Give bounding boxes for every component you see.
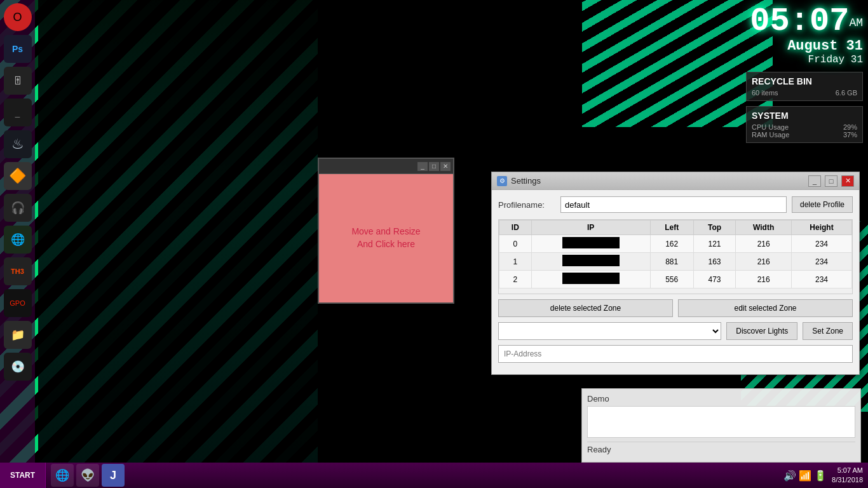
settings-titlebar[interactable]: ⚙ Settings _ □ ✕ (492, 172, 859, 190)
table-row[interactable]: 0 162 121 216 234 (499, 235, 852, 253)
cell-top: 473 (693, 271, 736, 288)
recycle-bin-items: 60 items (752, 89, 778, 97)
taskbar-battery-icon[interactable]: 🔋 (814, 470, 827, 482)
recycle-bin-size: 6.6 GB (836, 89, 857, 97)
clock-time: 05:07 (750, 3, 849, 40)
table-row[interactable]: 2 556 473 216 234 (499, 271, 852, 288)
delete-profile-button[interactable]: delete Profile (792, 196, 853, 213)
folder-icon[interactable]: 📁 (4, 321, 32, 349)
cell-id: 2 (499, 271, 532, 288)
profile-input[interactable] (560, 196, 787, 213)
cell-width: 216 (736, 271, 792, 288)
delete-zone-button[interactable]: delete selected Zone (498, 299, 673, 317)
globe-icon[interactable]: 🌐 (4, 226, 32, 254)
taskbar-j-icon[interactable]: J (102, 464, 125, 487)
clock-widget: 05:07AM August 31 Friday 31 (746, 5, 863, 65)
zone-actions: delete selected Zone edit selected Zone (498, 299, 853, 317)
col-height: Height (792, 220, 852, 235)
cell-height: 234 (792, 253, 852, 271)
clock-ampm: AM (849, 17, 863, 29)
minimize-btn[interactable]: _ (808, 175, 821, 187)
col-width: Width (736, 220, 792, 235)
cell-ip (531, 253, 650, 271)
cell-height: 234 (792, 235, 852, 253)
settings-icon: ⚙ (497, 176, 507, 186)
disc-icon[interactable]: 💿 (4, 353, 32, 381)
move-resize-line1: Move and Resize (351, 226, 420, 236)
ip-swatch (562, 237, 620, 248)
terminal-icon[interactable]: _ (4, 98, 32, 126)
headset-icon[interactable]: 🎧 (4, 194, 32, 222)
opera-icon[interactable]: O (4, 3, 32, 31)
taskbar-clock: 5:07 AM 8/31/2018 (832, 466, 863, 485)
move-resize-text: Move and Resize And Click here (351, 226, 420, 250)
lights-dropdown[interactable] (498, 322, 721, 340)
demo-label: Demo (587, 394, 855, 403)
taskbar-chrome-icon[interactable]: 🌐 (51, 464, 74, 487)
maximize-button[interactable]: □ (429, 162, 439, 171)
cell-ip (531, 235, 650, 253)
zones-table: ID IP Left Top Width Height 0 162 121 21… (499, 220, 852, 288)
recycle-bin-info: 60 items 6.6 GB (752, 89, 857, 97)
steam-icon[interactable]: ♨ (4, 130, 32, 158)
taskbar-network-icon[interactable]: 📶 (799, 470, 811, 482)
col-ip: IP (531, 220, 650, 235)
taskbar: START 🌐 👽 J 🔊 📶 🔋 5:07 AM 8/31/2018 (0, 463, 868, 488)
taskbar-alien-icon[interactable]: 👽 (76, 464, 99, 487)
system-title: SYSTEM (752, 111, 857, 121)
restore-btn[interactable]: □ (825, 175, 837, 187)
table-header-row: ID IP Left Top Width Height (499, 220, 852, 235)
table-row[interactable]: 1 881 163 216 234 (499, 253, 852, 271)
ip-swatch (562, 255, 620, 266)
mixer-icon[interactable]: 🎚 (4, 67, 32, 95)
gpo-icon[interactable]: GPO (4, 289, 32, 317)
taskbar-apps: 🌐 👽 J (46, 464, 130, 487)
photoshop-icon[interactable]: Ps (4, 35, 32, 63)
settings-title: Settings (511, 176, 804, 186)
vlc-icon[interactable]: 🔶 (4, 162, 32, 190)
th-icon[interactable]: TH3 (4, 257, 32, 285)
settings-window: ⚙ Settings _ □ ✕ Profilename: delete Pro… (491, 172, 860, 375)
cell-left: 556 (650, 271, 693, 288)
cpu-label: CPU Usage (752, 123, 789, 131)
cell-left: 881 (650, 253, 693, 271)
col-left: Left (650, 220, 693, 235)
bottom-controls: Discover Lights Set Zone (498, 322, 853, 340)
cell-width: 216 (736, 253, 792, 271)
ram-label: RAM Usage (752, 131, 789, 139)
start-button[interactable]: START (0, 463, 46, 488)
close-btn[interactable]: ✕ (841, 175, 854, 187)
system-widget: SYSTEM CPU Usage 29% RAM Usage 37% (746, 106, 863, 143)
ip-address-input[interactable] (498, 345, 853, 363)
ram-row: RAM Usage 37% (752, 131, 857, 139)
taskbar-date-display: 8/31/2018 (832, 475, 863, 485)
clock-date: August 31 (746, 38, 863, 54)
move-resize-line2: And Click here (357, 239, 415, 249)
edit-zone-button[interactable]: edit selected Zone (678, 299, 853, 317)
cell-height: 234 (792, 271, 852, 288)
profile-row: Profilename: delete Profile (498, 196, 853, 213)
minimize-button[interactable]: _ (417, 162, 428, 171)
cpu-row: CPU Usage 29% (752, 123, 857, 131)
zones-table-wrapper[interactable]: ID IP Left Top Width Height 0 162 121 21… (498, 219, 853, 294)
move-resize-window[interactable]: _ □ ✕ Move and Resize And Click here (318, 158, 454, 304)
taskbar-time-display: 5:07 AM (832, 466, 863, 475)
col-id: ID (499, 220, 532, 235)
recycle-bin-widget: RECYCLE BIN 60 items 6.6 GB (746, 72, 863, 101)
move-resize-titlebar[interactable]: _ □ ✕ (319, 159, 453, 174)
cell-ip (531, 271, 650, 288)
recycle-bin-title: RECYCLE BIN (752, 76, 857, 86)
demo-area (587, 406, 855, 438)
move-resize-content[interactable]: Move and Resize And Click here (319, 174, 453, 302)
cell-id: 0 (499, 235, 532, 253)
settings-body: Profilename: delete Profile ID IP Left T… (492, 190, 859, 374)
set-zone-button[interactable]: Set Zone (803, 322, 853, 340)
sidebar: O Ps 🎚 _ ♨ 🔶 🎧 🌐 TH3 GPO 📁 💿 (0, 0, 35, 463)
col-top: Top (693, 220, 736, 235)
taskbar-volume-icon[interactable]: 🔊 (783, 470, 796, 482)
close-button[interactable]: ✕ (440, 162, 451, 171)
cell-top: 163 (693, 253, 736, 271)
cell-id: 1 (499, 253, 532, 271)
discover-lights-button[interactable]: Discover Lights (726, 322, 797, 340)
cell-left: 162 (650, 235, 693, 253)
